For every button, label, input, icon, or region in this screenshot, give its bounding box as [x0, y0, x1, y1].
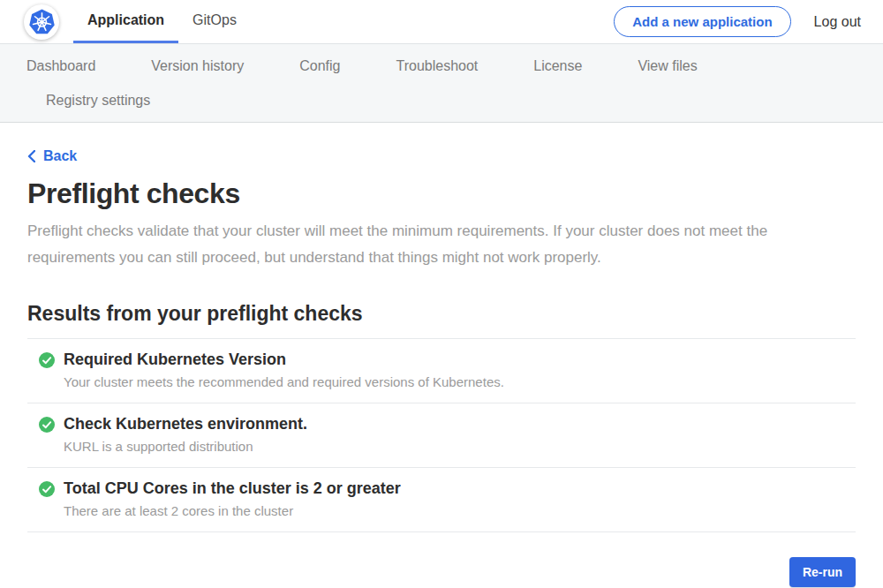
- subnav-item-registry-settings[interactable]: Registry settings: [28, 83, 168, 117]
- kubernetes-helm-icon: [28, 8, 56, 35]
- app-subnav: Dashboard Version history Config Trouble…: [0, 44, 883, 123]
- subnav-item-troubleshoot[interactable]: Troubleshoot: [378, 49, 495, 83]
- check-message: Your cluster meets the recommended and r…: [64, 374, 856, 389]
- check-passed-icon: [39, 352, 55, 368]
- subnav-item-version-history[interactable]: Version history: [133, 49, 261, 83]
- kubernetes-logo[interactable]: [24, 4, 59, 40]
- logout-link[interactable]: Log out: [814, 14, 861, 30]
- check-passed-icon: [39, 481, 55, 497]
- preflight-check-row: Check Kubernetes environment. KURL is a …: [27, 403, 856, 467]
- results-heading: Results from your preflight checks: [27, 302, 856, 326]
- add-new-application-button[interactable]: Add a new application: [614, 6, 790, 37]
- check-message: KURL is a supported distribution: [64, 439, 856, 454]
- check-title: Check Kubernetes environment.: [64, 415, 307, 433]
- preflight-page: Back Preflight checks Preflight checks v…: [27, 123, 856, 587]
- preflight-check-row: Total CPU Cores in the cluster is 2 or g…: [27, 467, 856, 531]
- preflight-check-row: Required Kubernetes Version Your cluster…: [27, 338, 856, 403]
- top-navbar: Application GitOps Add a new application…: [0, 0, 883, 44]
- page-title: Preflight checks: [27, 177, 856, 210]
- rerun-button[interactable]: Re-run: [789, 557, 856, 587]
- subnav-item-dashboard[interactable]: Dashboard: [9, 49, 113, 83]
- check-passed-icon: [39, 417, 55, 433]
- preflight-results-list: Required Kubernetes Version Your cluster…: [27, 338, 856, 532]
- subnav-item-config[interactable]: Config: [282, 49, 358, 83]
- check-title: Required Kubernetes Version: [64, 351, 286, 369]
- subnav-item-view-files[interactable]: View files: [620, 49, 714, 83]
- page-description: Preflight checks validate that your clus…: [27, 218, 856, 271]
- back-link[interactable]: Back: [27, 148, 77, 164]
- tab-gitops[interactable]: GitOps: [178, 0, 251, 43]
- subnav-item-license[interactable]: License: [516, 49, 600, 83]
- check-title: Total CPU Cores in the cluster is 2 or g…: [64, 479, 401, 498]
- primary-tabs: Application GitOps: [73, 0, 251, 43]
- check-message: There are at least 2 cores in the cluste…: [64, 503, 856, 518]
- chevron-left-icon: [27, 150, 35, 162]
- actions-bar: Re-run: [27, 557, 856, 587]
- tab-application[interactable]: Application: [73, 0, 178, 43]
- back-link-label: Back: [43, 148, 77, 164]
